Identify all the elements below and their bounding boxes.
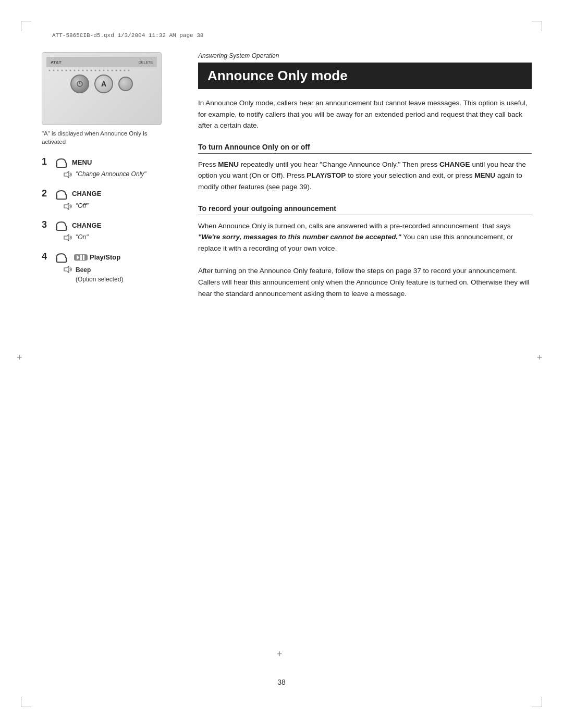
svg-point-21	[128, 70, 130, 71]
reg-mark-top-right	[532, 21, 542, 31]
left-column: AT&T DELETE A	[42, 52, 182, 293]
page-title: Announce Only mode	[207, 68, 522, 84]
speaker-icon-4	[64, 266, 73, 273]
reg-mark-bottom-right	[532, 697, 542, 707]
crosshair-bottom-center	[277, 651, 286, 660]
step-4-sub: Beep (Option selected)	[64, 265, 123, 283]
device-display: A	[94, 75, 113, 93]
step-2: 2 CHANGE	[42, 188, 182, 211]
device-top-bar: AT&T DELETE	[46, 57, 157, 67]
svg-rect-28	[56, 226, 57, 229]
device-brand: AT&T	[51, 60, 62, 65]
right-column: Answering System Operation Announce Only…	[198, 52, 532, 311]
svg-rect-23	[66, 163, 67, 166]
svg-point-20	[124, 70, 126, 71]
step-1-sub-text: "Change Announce Only"	[76, 170, 146, 179]
svg-point-15	[103, 70, 105, 71]
subsection-1-title: To turn Announce Only on or off	[198, 143, 532, 154]
device-delete-circle	[118, 77, 133, 91]
step-3-label: CHANGE	[72, 221, 101, 230]
subsection-2: To record your outgoing announcement Whe…	[198, 204, 532, 300]
speaker-icon-2	[64, 203, 73, 210]
step-4: 4	[42, 251, 182, 283]
device-image: AT&T DELETE A	[42, 52, 162, 125]
svg-point-13	[95, 70, 96, 71]
svg-marker-30	[64, 235, 69, 241]
svg-marker-24	[64, 171, 69, 178]
step-2-label: CHANGE	[72, 190, 101, 199]
speaker-icon-3	[64, 234, 73, 241]
step-2-number: 2	[42, 188, 52, 200]
svg-marker-27	[64, 203, 69, 209]
subsection-2-title: To record your outgoing announcement	[198, 204, 532, 215]
subsection-1: To turn Announce Only on or off Press ME…	[198, 143, 532, 193]
subsection-2-body-1: When Announce Only is turned on, calls a…	[198, 220, 532, 254]
step-1-sub: "Change Announce Only"	[64, 170, 146, 179]
svg-point-18	[116, 70, 117, 71]
step-1-number: 1	[42, 156, 52, 168]
svg-point-16	[107, 70, 109, 71]
device-speaker-grid	[47, 68, 156, 72]
subsection-2-body-2: After turning on the Announce Only featu…	[198, 265, 532, 299]
step-3-phone-icon	[54, 220, 69, 232]
speaker-icon-1	[64, 171, 73, 178]
svg-point-3	[53, 70, 55, 71]
step-2-sub: "Off"	[64, 202, 101, 211]
svg-rect-32	[66, 257, 67, 261]
device-caption: "A" is displayed when Announce Only is a…	[42, 129, 162, 146]
svg-point-12	[91, 70, 92, 71]
svg-point-17	[112, 70, 113, 71]
step-1-phone-icon	[54, 157, 69, 169]
svg-rect-34	[80, 255, 82, 260]
svg-rect-29	[66, 226, 67, 229]
device-power-btn	[70, 75, 89, 93]
svg-point-4	[57, 70, 59, 71]
svg-rect-31	[56, 257, 57, 261]
page-title-bar: Announce Only mode	[198, 63, 532, 89]
step-1-label: MENU	[72, 158, 92, 167]
svg-point-5	[62, 70, 63, 71]
header-meta: ATT-5865CIB-d5.qxd 1/3/2004 11:32 AM pag…	[52, 32, 203, 39]
svg-marker-33	[77, 255, 79, 260]
step-3-sub: "On"	[64, 233, 101, 242]
subsection-1-body: Press MENU repeatedly until you hear "Ch…	[198, 159, 532, 193]
svg-rect-25	[56, 194, 57, 198]
device-delete-label: DELETE	[139, 60, 153, 64]
step-1: 1 MENU	[42, 156, 182, 179]
svg-rect-26	[66, 194, 67, 198]
page-number: 38	[277, 678, 286, 686]
svg-point-14	[99, 70, 101, 71]
step-3-sub-text: "On"	[76, 233, 89, 242]
svg-point-10	[82, 70, 84, 71]
svg-marker-36	[64, 266, 69, 273]
device-controls: A	[70, 75, 133, 93]
svg-point-2	[49, 70, 51, 71]
steps-container: 1 MENU	[42, 156, 182, 283]
svg-point-19	[120, 70, 121, 71]
step-4-phone-icon	[54, 252, 69, 264]
reg-mark-bottom-left	[21, 697, 31, 707]
svg-point-11	[87, 70, 88, 71]
step-4-label: Play/Stop	[90, 253, 120, 262]
step-2-phone-icon	[54, 189, 69, 201]
svg-rect-35	[83, 255, 84, 260]
step-4-sub-text-option: (Option selected)	[76, 276, 123, 283]
crosshair-center-right	[537, 354, 546, 364]
intro-text: In Announce Only mode, callers hear an a…	[198, 97, 532, 131]
step-3: 3 CHANGE	[42, 219, 182, 242]
step-4-sub-text-beep: Beep	[76, 266, 91, 274]
svg-point-7	[70, 70, 71, 71]
reg-mark-top-left	[21, 21, 31, 31]
svg-rect-22	[56, 163, 57, 166]
svg-point-6	[66, 70, 67, 71]
svg-point-8	[74, 70, 76, 71]
crosshair-center-left	[17, 354, 26, 364]
play-stop-icon	[74, 254, 88, 261]
section-label: Answering System Operation	[198, 52, 532, 59]
step-2-sub-text: "Off"	[76, 202, 89, 211]
step-4-number: 4	[42, 251, 52, 263]
page-container: ATT-5865CIB-d5.qxd 1/3/2004 11:32 AM pag…	[0, 0, 563, 728]
step-3-number: 3	[42, 219, 52, 231]
svg-point-9	[78, 70, 80, 71]
